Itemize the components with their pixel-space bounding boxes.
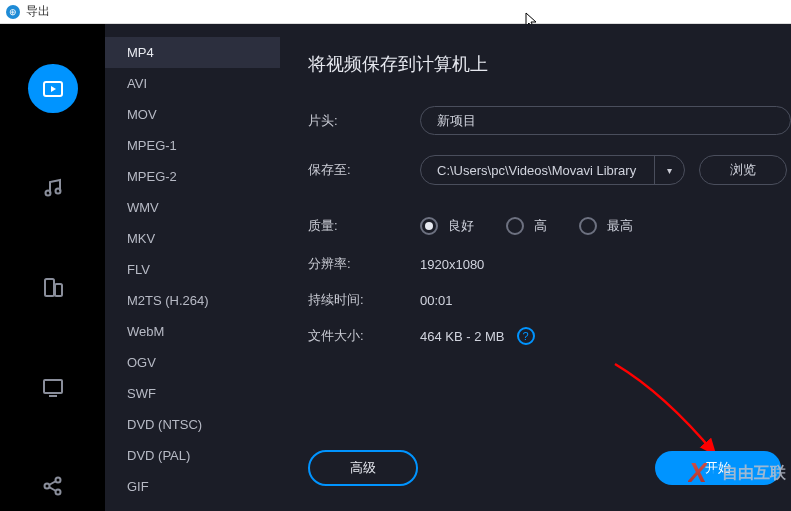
svg-rect-3 (45, 279, 54, 296)
svg-line-10 (49, 481, 56, 485)
format-item[interactable]: WebM (105, 316, 280, 347)
duration-value: 00:01 (420, 293, 453, 308)
export-settings-panel: 将视频保存到计算机上 片头: 保存至: C:\Users\pc\Videos\M… (280, 24, 791, 511)
format-item[interactable]: OGV (105, 347, 280, 378)
quality-radio-good[interactable]: 良好 (420, 217, 474, 235)
svg-point-2 (55, 189, 60, 194)
format-item[interactable]: MKV (105, 223, 280, 254)
format-item[interactable]: WMV (105, 192, 280, 223)
format-item[interactable]: GIF (105, 471, 280, 502)
format-item[interactable]: MPEG-2 (105, 161, 280, 192)
duration-row: 持续时间: 00:01 (308, 291, 791, 309)
share-category-button[interactable] (28, 462, 78, 511)
format-item[interactable]: MP4 (105, 37, 280, 68)
filesize-label: 文件大小: (308, 327, 420, 345)
filesize-value: 464 KB - 2 MB (420, 329, 505, 344)
resolution-label: 分辨率: (308, 255, 420, 273)
resolution-row: 分辨率: 1920x1080 (308, 255, 791, 273)
window-title: 导出 (26, 3, 50, 20)
format-item[interactable]: AVI (105, 68, 280, 99)
filesize-row: 文件大小: 464 KB - 2 MB ? (308, 327, 791, 345)
devices-category-button[interactable] (28, 263, 78, 312)
radio-icon (420, 217, 438, 235)
start-button[interactable]: 开始 (655, 451, 781, 485)
app-body: MP4 AVI MOV MPEG-1 MPEG-2 WMV MKV FLV M2… (0, 24, 791, 511)
format-list: MP4 AVI MOV MPEG-1 MPEG-2 WMV MKV FLV M2… (105, 24, 280, 511)
format-item[interactable]: MOV (105, 99, 280, 130)
page-title: 将视频保存到计算机上 (308, 52, 791, 76)
footer-actions: 高级 开始 (308, 450, 791, 486)
svg-rect-5 (44, 380, 62, 393)
title-row: 片头: (308, 106, 791, 135)
title-input[interactable] (420, 106, 791, 135)
help-icon[interactable]: ? (517, 327, 535, 345)
category-iconbar (0, 24, 105, 511)
advanced-button[interactable]: 高级 (308, 450, 418, 486)
quality-radio-highest[interactable]: 最高 (579, 217, 633, 235)
svg-line-11 (49, 487, 56, 491)
saveto-row: 保存至: C:\Users\pc\Videos\Movavi Library ▾… (308, 155, 791, 185)
audio-category-button[interactable] (28, 163, 78, 212)
duration-label: 持续时间: (308, 291, 420, 309)
format-item[interactable]: MPEG-1 (105, 130, 280, 161)
quality-row: 质量: 良好 高 最高 (308, 217, 791, 235)
format-item[interactable]: SWF (105, 378, 280, 409)
save-path-select[interactable]: C:\Users\pc\Videos\Movavi Library ▾ (420, 155, 685, 185)
saveto-label: 保存至: (308, 161, 420, 179)
save-path-text: C:\Users\pc\Videos\Movavi Library (437, 163, 654, 178)
quality-label: 质量: (308, 217, 420, 235)
svg-rect-4 (55, 284, 62, 296)
resolution-value: 1920x1080 (420, 257, 484, 272)
app-icon: ⊕ (6, 5, 20, 19)
format-item[interactable]: FLV (105, 254, 280, 285)
format-item[interactable]: M2TS (H.264) (105, 285, 280, 316)
browse-button[interactable]: 浏览 (699, 155, 787, 185)
radio-icon (579, 217, 597, 235)
format-item[interactable]: DVD (NTSC) (105, 409, 280, 440)
radio-icon (506, 217, 524, 235)
tv-category-button[interactable] (28, 362, 78, 411)
quality-radiogroup: 良好 高 最高 (420, 217, 633, 235)
svg-point-1 (45, 191, 50, 196)
video-category-button[interactable] (28, 64, 78, 113)
chevron-down-icon[interactable]: ▾ (654, 156, 684, 184)
title-label: 片头: (308, 112, 420, 130)
quality-radio-high[interactable]: 高 (506, 217, 547, 235)
format-item[interactable]: DVD (PAL) (105, 440, 280, 471)
titlebar: ⊕ 导出 (0, 0, 791, 24)
